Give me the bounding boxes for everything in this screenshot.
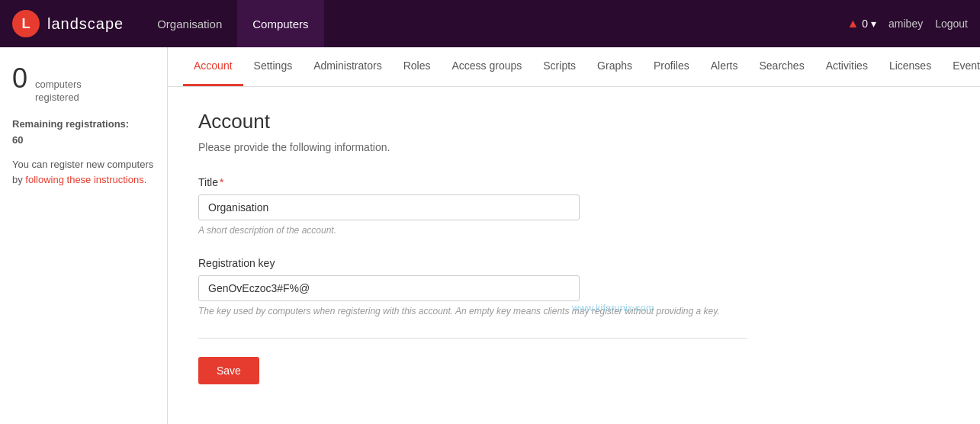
remaining-label: Remaining registrations: [12,117,155,133]
computers-label: computers registered [35,79,82,104]
main-layout: 0 computers registered Remaining registr… [0,47,980,424]
computers-count: 0 [12,63,27,95]
instructions-link[interactable]: following these instructions [25,174,143,185]
tab-events[interactable]: Events [942,47,980,86]
form-divider [198,338,747,339]
topnav-links: Organisation Computers [142,0,847,47]
tab-roles[interactable]: Roles [393,47,442,86]
tab-administrators[interactable]: Administrators [303,47,392,86]
subtabs-bar: Account Settings Administrators Roles Ac… [168,47,980,87]
instructions-end: . [144,174,147,185]
tab-scripts[interactable]: Scripts [532,47,586,86]
alert-count: 0 [862,18,868,30]
top-navigation: L landscape Organisation Computers ▲ 0 ▾… [0,0,980,47]
account-heading: Account [198,110,747,133]
computers-count-area: 0 computers registered [12,63,155,104]
topnav-organisation[interactable]: Organisation [142,0,237,47]
save-button[interactable]: Save [198,357,259,384]
logout-button[interactable]: Logout [935,18,968,30]
reg-key-label: Registration key [198,257,747,269]
alert-triangle-icon: ▲ [847,17,859,31]
reg-key-input[interactable] [198,275,580,301]
account-form-area: Account Please provide the following inf… [168,87,778,407]
username-label[interactable]: amibey [888,18,923,30]
account-subtitle: Please provide the following information… [198,141,747,153]
logo-area[interactable]: L landscape [12,10,124,37]
sidebar: 0 computers registered Remaining registr… [0,47,168,424]
tab-alerts[interactable]: Alerts [700,47,749,86]
tab-profiles[interactable]: Profiles [643,47,700,86]
topnav-computers[interactable]: Computers [237,0,323,47]
title-field-label: Title* [198,176,747,188]
logo-icon: L [12,10,40,37]
reg-key-field-group: Registration key The key used by compute… [198,257,747,316]
tab-licenses[interactable]: Licenses [879,47,942,86]
reg-key-hint: The key used by computers when registeri… [198,306,747,316]
tab-activities[interactable]: Activities [815,47,879,86]
tab-searches[interactable]: Searches [748,47,815,86]
tab-account[interactable]: Account [183,47,243,86]
remaining-registrations: Remaining registrations: 60 [12,117,155,149]
title-field-group: Title* A short description of the accoun… [198,176,747,236]
title-input[interactable] [198,194,580,220]
tab-access-groups[interactable]: Access groups [441,47,532,86]
alert-badge[interactable]: ▲ 0 ▾ [847,17,876,31]
required-star: * [220,176,223,188]
tab-graphs[interactable]: Graphs [586,47,643,86]
alert-chevron-icon: ▾ [871,18,876,30]
logo-text: landscape [47,15,124,33]
content-area: Account Settings Administrators Roles Ac… [168,47,980,424]
register-instructions: You can register new computers by follow… [12,157,155,187]
remaining-count: 60 [12,133,155,149]
topnav-right: ▲ 0 ▾ amibey Logout [847,17,968,31]
tab-settings[interactable]: Settings [243,47,304,86]
title-field-hint: A short description of the account. [198,225,747,236]
